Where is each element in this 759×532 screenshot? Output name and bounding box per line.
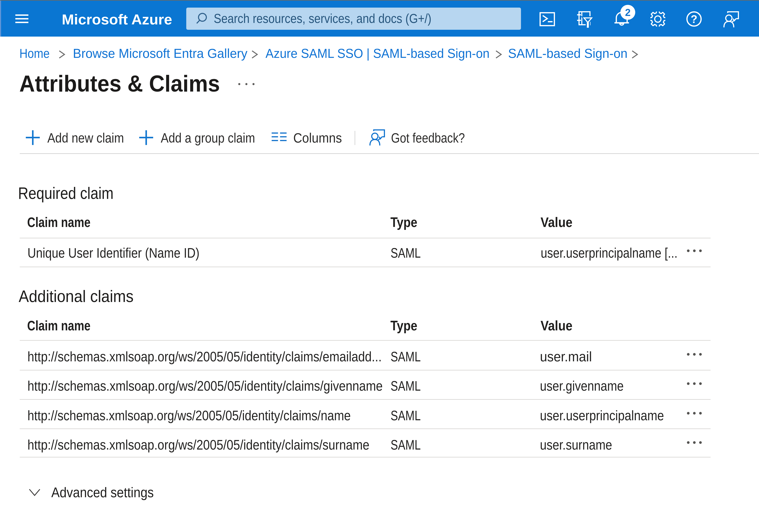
svg-text:2: 2 bbox=[625, 7, 631, 18]
svg-text:?: ? bbox=[691, 13, 698, 25]
